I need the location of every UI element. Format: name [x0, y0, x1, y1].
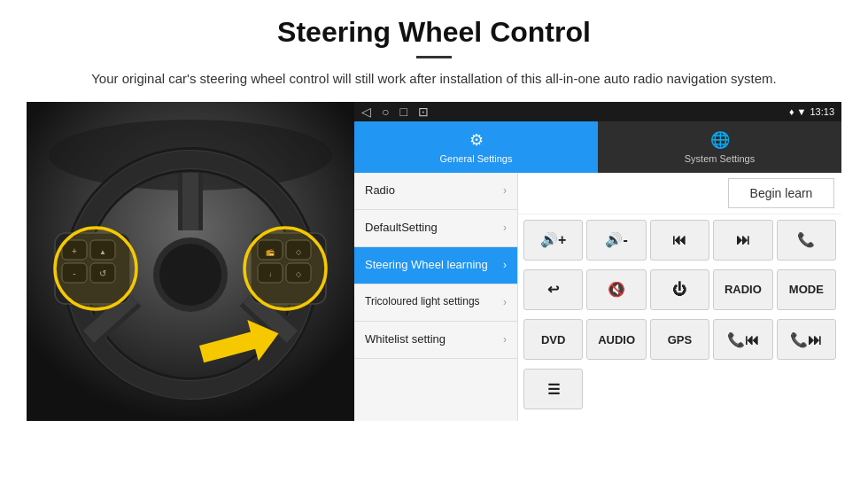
next-track-button[interactable]: ⏭ [713, 220, 772, 261]
menu-tricoloured-label: Tricoloured light settings [365, 295, 503, 309]
image-panel: + - ▲ ↺ 📻 ◇ ↓ ◇ [27, 102, 354, 421]
vol-up-button[interactable]: 🔊+ [523, 220, 583, 261]
tel-prev-button[interactable]: 📞⏮ [713, 319, 772, 360]
page-container: Steering Wheel Control Your original car… [0, 0, 868, 421]
radio-button[interactable]: RADIO [713, 269, 772, 310]
phone-answer-button[interactable]: 📞 [777, 220, 836, 261]
chevron-icon: › [503, 222, 507, 234]
tab-system-label: System Settings [685, 153, 755, 164]
prev-track-button[interactable]: ⏮ [650, 220, 709, 261]
status-bar-left: ◁ ○ □ ⊡ [361, 105, 429, 119]
power-button[interactable]: ⏻ [650, 269, 709, 310]
tab-general-settings[interactable]: ⚙ General Settings [354, 121, 598, 173]
svg-point-12 [159, 244, 221, 306]
mute-icon: 🔇 [608, 281, 625, 298]
menu-panel: Radio › DefaultSetting › Steering Wheel … [354, 173, 518, 421]
time-display: 13:13 [810, 106, 834, 117]
signal-icon: ♦ ▼ [789, 106, 807, 117]
dvd-button[interactable]: DVD [523, 319, 583, 360]
header-section: Steering Wheel Control Your original car… [27, 16, 841, 89]
next-track-icon: ⏭ [736, 232, 750, 248]
back-nav-icon[interactable]: ◁ [361, 105, 371, 119]
menu-item-steering[interactable]: Steering Wheel learning › [354, 247, 517, 284]
tab-general-label: General Settings [440, 153, 513, 164]
tel-next-button[interactable]: 📞⏭ [777, 319, 836, 360]
hang-up-icon: ↩ [547, 281, 559, 298]
gps-button[interactable]: GPS [650, 319, 709, 360]
phone-icon: 📞 [797, 231, 815, 248]
audio-button[interactable]: AUDIO [586, 319, 646, 360]
chevron-icon: › [503, 296, 507, 308]
tab-system-settings[interactable]: 🌐 System Settings [598, 121, 841, 173]
gps-label: GPS [668, 333, 692, 346]
hang-up-button[interactable]: ↩ [523, 269, 583, 310]
mode-button[interactable]: MODE [777, 269, 836, 310]
content-area: + - ▲ ↺ 📻 ◇ ↓ ◇ [27, 102, 841, 421]
steering-wheel-bg: + - ▲ ↺ 📻 ◇ ↓ ◇ [27, 102, 354, 421]
page-title: Steering Wheel Control [27, 16, 841, 49]
power-icon: ⏻ [672, 282, 686, 298]
menu-radio-label: Radio [365, 183, 503, 198]
whitelist-icon: ☰ [547, 381, 560, 398]
mute-button[interactable]: 🔇 [586, 269, 646, 310]
begin-learn-button[interactable]: Begin learn [728, 178, 834, 208]
tel-prev-icon: 📞⏮ [727, 331, 759, 348]
status-bar: ◁ ○ □ ⊡ ♦ ▼ 13:13 [354, 102, 841, 121]
vol-up-icon: 🔊+ [540, 231, 566, 248]
status-bar-right: ♦ ▼ 13:13 [789, 106, 834, 117]
radio-label: RADIO [725, 283, 762, 296]
menu-item-whitelist[interactable]: Whitelist setting › [354, 322, 517, 359]
controls-panel: Begin learn 🔊+ 🔊- ⏮ [518, 173, 841, 421]
svg-point-32 [244, 228, 326, 309]
menu-item-radio[interactable]: Radio › [354, 173, 517, 210]
tel-next-icon: 📞⏭ [790, 331, 822, 348]
svg-point-31 [55, 228, 136, 309]
title-divider [416, 56, 452, 58]
menu-steering-label: Steering Wheel learning [365, 258, 503, 273]
prev-track-icon: ⏮ [672, 232, 686, 248]
chevron-icon: › [503, 333, 507, 346]
device-panel: ◁ ○ □ ⊡ ♦ ▼ 13:13 ⚙ General Settings 🌐 [354, 102, 841, 421]
home-nav-icon[interactable]: ○ [382, 105, 389, 119]
main-content: Radio › DefaultSetting › Steering Wheel … [354, 173, 841, 421]
begin-learn-row: Begin learn [518, 173, 841, 214]
chevron-icon: › [503, 259, 507, 271]
audio-label: AUDIO [598, 333, 635, 346]
menu-nav-icon[interactable]: ⊡ [418, 105, 429, 119]
vol-down-icon: 🔊- [605, 231, 627, 248]
dvd-label: DVD [541, 333, 565, 346]
mode-label: MODE [789, 283, 824, 296]
whitelist-icon-button[interactable]: ☰ [523, 369, 583, 409]
chevron-icon: › [503, 184, 507, 197]
menu-item-tricoloured[interactable]: Tricoloured light settings › [354, 284, 517, 322]
menu-whitelist-label: Whitelist setting [365, 332, 503, 347]
recent-nav-icon[interactable]: □ [399, 105, 407, 119]
tab-bar: ⚙ General Settings 🌐 System Settings [354, 121, 841, 173]
button-grid: 🔊+ 🔊- ⏮ ⏭ 📞 [518, 214, 841, 421]
page-subtitle: Your original car's steering wheel contr… [89, 69, 779, 89]
menu-item-default[interactable]: DefaultSetting › [354, 210, 517, 247]
menu-default-label: DefaultSetting [365, 221, 503, 236]
gear-icon: ⚙ [469, 130, 484, 150]
vol-down-button[interactable]: 🔊- [586, 220, 646, 261]
system-icon: 🌐 [710, 130, 730, 150]
